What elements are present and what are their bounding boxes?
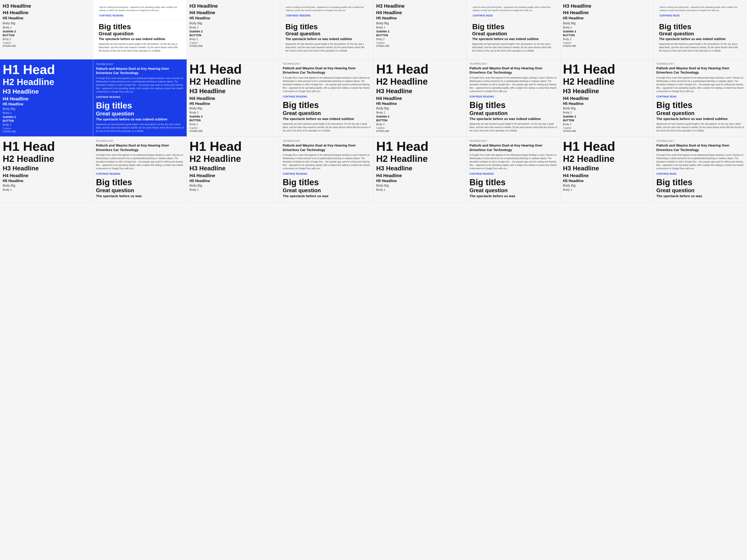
row3-col4-right: TECHNOLOGY Patturb and Waymo Duel at Key… — [653, 137, 747, 202]
continue-reading-row3-col4[interactable]: CONTINUE READ — [656, 172, 676, 175]
row2-col2: H1 Head H2 Headline H3 Headline H4 Headl… — [187, 59, 374, 136]
row2-col4: H1 Head H2 Headline H3 Headline H4 Headl… — [560, 59, 747, 136]
type-scale-row3-col2: H1 Head H2 Headline H3 Headline H4 Headl… — [189, 140, 277, 191]
button-row2-col3: BUTTON — [376, 119, 464, 122]
spectacle-col2: The spectacle before us was indeed subli… — [285, 37, 368, 41]
article-title-row2-col4: Patturb and Waymo Duel at Key Hearing Ov… — [656, 66, 744, 75]
overline-row2-col1: OVERLINE — [3, 130, 90, 133]
article-top-1: used for writing and sharing files – app… — [96, 3, 184, 20]
article-body-row2-col3: A Google Docs scam that appears to be wi… — [469, 76, 557, 93]
button-row2-col2: BUTTON — [189, 119, 277, 122]
spectacle-row3-col2: The spectacle before us was — [283, 194, 370, 198]
h1-row2-col4: H1 Head — [563, 62, 651, 76]
body-big-row2-col4: Body Big — [563, 106, 651, 110]
great-question-row3-col2: Great question — [283, 187, 370, 194]
continue-reading-row3-col1[interactable]: CONTINUE READING — [96, 172, 121, 175]
article-body-row3-col1: A Google Docs scam that appears to be wi… — [96, 153, 184, 170]
h5-row2-col2: H5 Headline — [189, 102, 277, 106]
big-type-col1: Big titles Great question The spectacle … — [96, 20, 184, 56]
article-row2-col4: TECHNOLOGY Patturb and Waymo Duel at Key… — [656, 62, 744, 98]
subtitle2-col2: Subtitle 2 — [189, 30, 277, 33]
big-titles-col4: Big titles — [659, 23, 742, 31]
article-title-row3-col4: Patturb and Waymo Duel at Key Hearing Ov… — [656, 143, 744, 152]
h2-row2-col1: H2 Headline — [3, 77, 90, 87]
article-row3-col3: TECHNOLOGY Patturb and Waymo Duel at Key… — [469, 140, 557, 176]
body1-label: Body 1 — [3, 26, 90, 29]
row2-col2-left: H1 Head H2 Headline H3 Headline H4 Headl… — [187, 59, 280, 136]
row2-col3-right: TECHNOLOGY Patturb and Waymo Duel at Key… — [467, 59, 560, 136]
h3-row3-col4: H3 Headline — [563, 164, 651, 172]
article-label-row2-col4: TECHNOLOGY — [656, 62, 744, 65]
body1-col2: Body 1 — [189, 26, 277, 29]
body-big-row3-col3: Body Big — [376, 184, 464, 187]
body-big-row2-col3: Body Big — [376, 106, 464, 110]
great-question-row2-col3: Great question — [469, 110, 557, 116]
col1-right: used for writing and sharing files – app… — [93, 0, 186, 59]
body2-row2-col4: Body 2 — [563, 123, 651, 126]
caption-row2-col3: Caption — [376, 127, 464, 129]
continue-reading-row3-col2[interactable]: CONTINUE READING — [283, 172, 307, 175]
h4-col3: H4 Headline — [376, 10, 464, 15]
type-scale-col2: H3 Headline H4 Headline H5 Headline Body… — [189, 3, 277, 47]
row3-col2-right: TECHNOLOGY Patturb and Waymo Duel at Key… — [280, 137, 373, 202]
big-type-row2-col1-blue: Big titles Great question The spectacle … — [96, 101, 184, 133]
big-type-col2: Big titles Great question The spectacle … — [283, 20, 370, 56]
type-scale-row3-col1: H1 Head H2 Headline H3 Headline H4 Headl… — [3, 140, 90, 191]
h5-col2: H5 Headline — [189, 16, 277, 21]
caption-row2-col1: Caption — [3, 127, 90, 130]
row-2: H1 Head H2 Headline H3 Headline H4 Headl… — [0, 59, 747, 137]
continue-reading-col3[interactable]: CONTINUE READ — [472, 15, 493, 17]
big-type-row2-col4: Big titles Great question The spectacle … — [656, 101, 744, 132]
continue-reading-row2-col4[interactable]: CONTINUE READ — [656, 96, 676, 98]
big-type-row3-col1: Big titles Great question The spectacle … — [96, 178, 184, 198]
body2-row2-col2: Body 2 — [189, 123, 277, 126]
body-big-col2: Body Big — [189, 21, 277, 25]
body-para-row2-col2: Apparently we had reached a great height… — [283, 122, 370, 132]
col4-left: H3 Headline H4 Headline H5 Headline Body… — [560, 0, 654, 59]
h2-row2-col2: H2 Headline — [189, 77, 277, 86]
row3-col2-left: H1 Head H2 Headline H3 Headline H4 Headl… — [187, 137, 280, 202]
h4-row3-col3: H4 Headline — [376, 173, 464, 178]
big-type-row3-col3: Big titles Great question The spectacle … — [469, 178, 557, 198]
body-para-row2-col4: Apparently we had reached a great height… — [656, 122, 744, 132]
body1-row3-col3: Body 1 — [376, 188, 464, 191]
great-question-row3-col1: Great question — [96, 187, 184, 194]
big-type-col3: Big titles Great question The spectacle … — [469, 20, 557, 56]
continue-reading-row2-col1[interactable]: CONTINUE READING — [96, 96, 121, 98]
spectacle-row3-col1: The spectacle before us was — [96, 194, 184, 198]
h5-row3-col4: H5 Headline — [563, 179, 651, 183]
row2-col2-right: TECHNOLOGY Patturb and Waymo Duel at Key… — [280, 59, 373, 136]
big-titles-col3: Big titles — [472, 23, 555, 31]
col3-right: used for writing and sharing files – app… — [467, 0, 560, 59]
article-label-row3-col4: TECHNOLOGY — [656, 140, 744, 142]
big-titles-row3-col1: Big titles — [96, 178, 184, 187]
continue-reading-row2-col3[interactable]: CONTINUE READING — [469, 96, 494, 98]
body-big-row3-col4: Body Big — [563, 184, 651, 187]
caption-label: Caption — [3, 42, 90, 44]
row3-col4: H1 Head H2 Headline H3 Headline H4 Headl… — [560, 137, 747, 202]
spectacle-col3: The spectacle before us was indeed subli… — [472, 37, 555, 41]
type-scale-col1-left: H3 Headline H4 Headline H5 Headline Body… — [3, 3, 90, 47]
h3-row3-col3: H3 Headline — [376, 164, 464, 172]
article-body-col2: used for writing and sharing files – app… — [286, 6, 367, 12]
col4-right: used for writing and sharing files – app… — [653, 0, 747, 59]
row2-col1: H1 Head H2 Headline H3 Headline H4 Headl… — [0, 59, 187, 136]
big-type-row3-col2: Big titles Great question The spectacle … — [283, 178, 370, 198]
article-label-row3-col2: TECHNOLOGY — [283, 140, 370, 142]
h1-row2-col2: H1 Head — [189, 62, 277, 76]
article-label-row3-col1: TECHNOLOGY — [96, 140, 184, 142]
button-col4: BUTTON — [563, 34, 651, 37]
h3-row3-col1: H3 Headline — [3, 164, 90, 172]
h2-row3-col3: H2 Headline — [376, 154, 464, 164]
continue-weeding-link[interactable]: CONTINUE WEEDING — [286, 15, 311, 17]
continue-reading-row2-col2[interactable]: CONTINUE READING — [283, 96, 307, 98]
continue-reading-row3-col3[interactable]: CONTINUE READING — [469, 172, 494, 175]
caption-row2-col2: Caption — [189, 127, 277, 129]
row2-col1-left-blue: H1 Head H2 Headline H3 Headline H4 Headl… — [0, 59, 93, 136]
spectacle-row2-col4: The spectacle before us was indeed subli… — [656, 116, 744, 121]
row2-col3-left: H1 Head H2 Headline H3 Headline H4 Headl… — [374, 59, 467, 136]
h4-row2-col2: H4 Headline — [189, 96, 277, 101]
h4-row3-col1: H4 Headline — [3, 173, 90, 178]
continue-reading-link[interactable]: CONTINUE READING — [99, 15, 124, 17]
continue-reading-col4[interactable]: CONTINUE READ — [660, 15, 680, 17]
